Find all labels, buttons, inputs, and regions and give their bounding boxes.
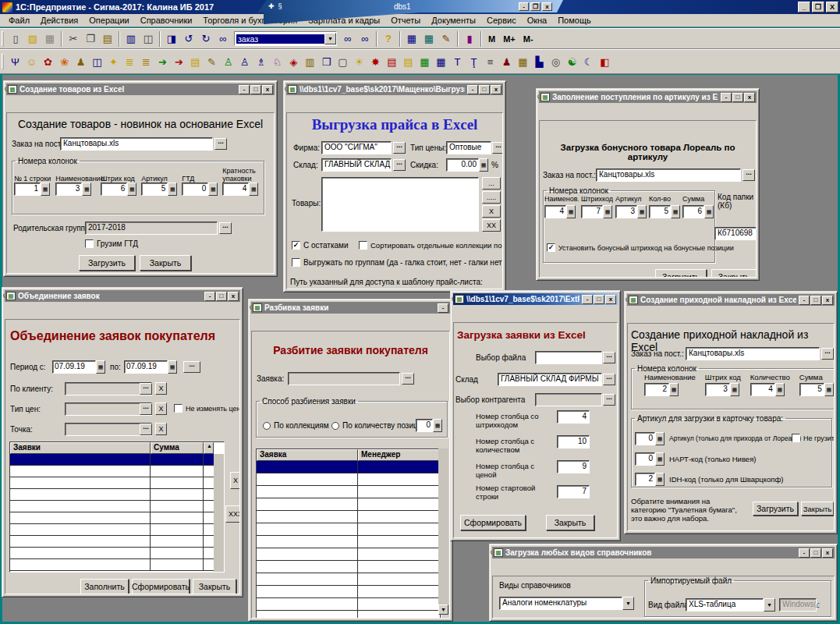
restore-button[interactable]: ❐ bbox=[812, 2, 824, 12]
spinner-icon[interactable]: ▦ bbox=[127, 183, 136, 196]
table-row[interactable] bbox=[257, 536, 441, 548]
w7-order-input[interactable]: Канцтовары.xls bbox=[686, 347, 820, 360]
column-value-input[interactable]: 4 bbox=[750, 383, 775, 396]
table-icon[interactable]: ▦ bbox=[420, 30, 438, 48]
chevron-down-icon[interactable]: ▼ bbox=[622, 597, 634, 610]
tool-icon[interactable]: ☾ bbox=[580, 53, 597, 70]
w2-sort-checkbox[interactable]: Сортировать отдельные коллекции по катег… bbox=[359, 241, 503, 250]
menu-item[interactable]: Действия bbox=[35, 15, 83, 26]
w6-field4-input[interactable]: 7 bbox=[557, 485, 590, 498]
w1-close-form-button[interactable]: Закрыть bbox=[140, 255, 191, 271]
w4-xxx-button[interactable]: XXX bbox=[225, 505, 240, 523]
print-preview-icon[interactable]: ◫ bbox=[140, 30, 157, 48]
w6-warehouse-browse-button[interactable]: ... bbox=[603, 374, 615, 385]
radio-icon[interactable] bbox=[263, 422, 271, 430]
table-row[interactable] bbox=[257, 461, 441, 473]
menu-item[interactable]: Помощь bbox=[552, 15, 597, 26]
checkbox-icon[interactable] bbox=[174, 404, 183, 413]
spinner-icon[interactable]: ▦ bbox=[603, 205, 612, 218]
chevron-down-icon[interactable]: ▼ bbox=[764, 598, 775, 612]
w2-maximize-button[interactable]: □ bbox=[479, 85, 490, 94]
w1-parent-input[interactable]: 2017-2018 bbox=[85, 222, 218, 235]
table-row[interactable] bbox=[257, 473, 441, 486]
find-icon[interactable]: ∞ bbox=[214, 30, 232, 48]
spinner-icon[interactable]: ▦ bbox=[704, 205, 714, 218]
w1-load-button[interactable]: Загрузить bbox=[79, 255, 135, 271]
w4-keep-prices-checkbox[interactable]: Не изменять цены bbox=[174, 404, 240, 413]
checkbox-icon[interactable] bbox=[359, 241, 367, 250]
w5-request-browse-button[interactable]: ... bbox=[402, 373, 414, 385]
w7-skip-checkbox[interactable]: Не грузить bbox=[792, 434, 835, 442]
w8-encoding-select[interactable]: Windows(1251) bbox=[779, 598, 817, 612]
calendar-icon[interactable]: ▦ bbox=[96, 360, 105, 374]
spinner-icon[interactable]: ▦ bbox=[168, 183, 177, 196]
w4-x-button[interactable]: X bbox=[230, 472, 240, 489]
w8-close-button[interactable]: x bbox=[822, 548, 833, 558]
w8-titlebar[interactable]: ▦ Загрузка любых видов справочников - □ … bbox=[492, 547, 835, 558]
w2-warehouse-input[interactable]: ГЛАВНЫЙ СКЛАД ФИРМ bbox=[321, 158, 392, 172]
column-value-input[interactable]: 7 bbox=[581, 205, 603, 218]
w7-art3-input[interactable]: 2 bbox=[635, 473, 655, 486]
w2-price-type-browse-button[interactable]: ... bbox=[492, 142, 503, 154]
w7-art1-input[interactable]: 0 bbox=[635, 432, 655, 445]
w4-point-browse-button[interactable]: ... bbox=[140, 424, 152, 435]
w2-warehouse-browse-button[interactable]: ... bbox=[393, 159, 406, 171]
find-prev-icon[interactable]: ∞ bbox=[356, 30, 374, 48]
spinner-icon[interactable]: ▦ bbox=[479, 158, 488, 172]
w2-goods-listbox[interactable] bbox=[321, 177, 479, 232]
tool-icon[interactable]: ≡ bbox=[482, 53, 498, 70]
tool-icon[interactable]: ▤ bbox=[187, 53, 204, 70]
spinner-icon[interactable]: ▦ bbox=[433, 419, 442, 432]
checkbox-icon[interactable] bbox=[792, 434, 800, 442]
w7-load-button[interactable]: Загрузить bbox=[753, 502, 798, 516]
menu-item[interactable]: Отчеты bbox=[385, 15, 426, 26]
menu-item[interactable]: Справочники bbox=[135, 15, 198, 26]
w6-maximize-button[interactable]: □ bbox=[594, 295, 604, 304]
w1-titlebar[interactable]: ▦ Создание товаров из Excel - □ x bbox=[6, 83, 275, 95]
w4-titlebar[interactable]: ▦ Объединение заявок - □ x bbox=[5, 290, 240, 302]
column-value-input[interactable]: 6 bbox=[682, 205, 704, 218]
w4-maximize-button[interactable]: □ bbox=[216, 292, 227, 301]
tool-icon[interactable]: ✦ bbox=[105, 53, 122, 70]
tool-icon[interactable]: ◫ bbox=[89, 53, 105, 70]
tool-icon[interactable]: ☺ bbox=[23, 53, 40, 70]
w2-price-type-input[interactable]: Оптовые bbox=[446, 141, 491, 154]
w3-folder-input[interactable]: Кб710698 bbox=[714, 227, 757, 240]
table-row[interactable] bbox=[10, 454, 224, 466]
memory-subtract-button[interactable]: М- bbox=[519, 33, 537, 45]
cut-icon[interactable]: ✂ bbox=[65, 30, 82, 48]
w3-load-button[interactable]: Загрузить bbox=[655, 269, 707, 278]
column-value-input[interactable]: 6 bbox=[101, 183, 127, 196]
tool-icon[interactable]: ✸ bbox=[367, 53, 384, 70]
chevron-down-icon[interactable]: ▼ bbox=[324, 33, 336, 44]
w2-minimize-button[interactable]: - bbox=[467, 85, 478, 94]
w8-file-type-select[interactable]: XLS-таблица bbox=[686, 598, 764, 612]
w4-fill-button[interactable]: Заполнить bbox=[80, 579, 129, 594]
w6-minimize-button[interactable]: - bbox=[582, 295, 593, 304]
calculator-icon[interactable]: ▦ bbox=[403, 30, 420, 48]
checkbox-icon[interactable] bbox=[85, 239, 94, 248]
table-row[interactable] bbox=[10, 559, 224, 571]
tool-icon[interactable]: ▦ bbox=[416, 53, 433, 70]
w4-minimize-button[interactable]: - bbox=[204, 292, 215, 301]
w7-art2-input[interactable]: 0 bbox=[635, 452, 655, 466]
column-value-input[interactable]: 3 bbox=[705, 383, 730, 396]
w1-load-gtd-checkbox[interactable]: Грузим ГТД bbox=[85, 239, 138, 248]
w4-client-clear-button[interactable]: X bbox=[155, 382, 167, 395]
toolbar-grip[interactable] bbox=[2, 54, 4, 69]
book-icon[interactable]: ▮ bbox=[461, 30, 478, 48]
w5-positions-input[interactable]: 0 bbox=[416, 419, 433, 432]
tool-icon[interactable]: ➔ bbox=[171, 53, 187, 70]
w8-maximize-button[interactable]: □ bbox=[810, 548, 821, 558]
table-row[interactable] bbox=[10, 489, 224, 501]
w6-titlebar[interactable]: ▦ \\dbs1\1cv7_base$\sk2017\ExtForms\За..… bbox=[453, 293, 618, 305]
table-row[interactable] bbox=[257, 548, 441, 561]
w6-field3-input[interactable]: 9 bbox=[557, 460, 590, 473]
column-value-input[interactable]: 4 bbox=[222, 183, 249, 196]
w6-close-button[interactable]: x bbox=[605, 295, 616, 304]
w4-price-browse-button[interactable]: ... bbox=[140, 403, 152, 415]
column-value-input[interactable]: 2 bbox=[644, 383, 669, 396]
tool-icon[interactable]: ≣ bbox=[138, 53, 154, 70]
undo-icon[interactable]: ↺ bbox=[180, 30, 197, 48]
table-row[interactable] bbox=[257, 573, 441, 586]
